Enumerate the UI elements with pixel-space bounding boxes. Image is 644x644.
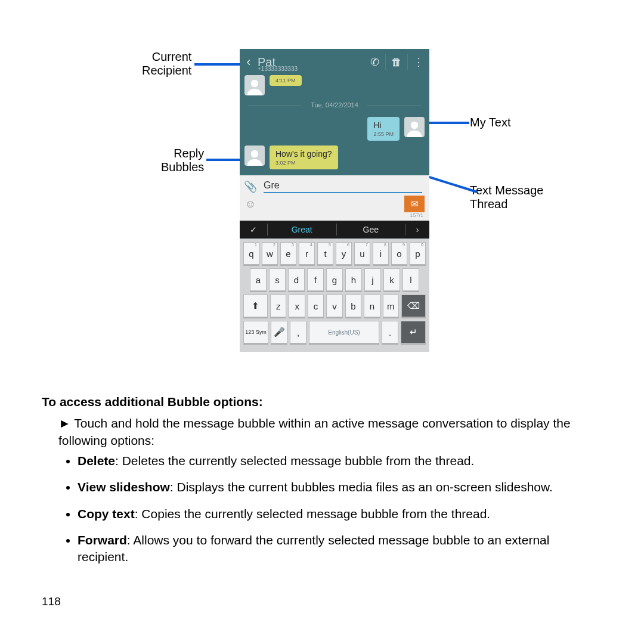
- key-t[interactable]: t5: [317, 242, 333, 265]
- label-my-text: My Text: [470, 116, 511, 129]
- key-d[interactable]: d: [288, 268, 305, 291]
- label-reply-bubbles: ReplyBubbles: [161, 147, 204, 174]
- svg-point-6: [251, 150, 259, 158]
- key-c[interactable]: c: [308, 295, 324, 317]
- key-l[interactable]: l: [402, 268, 419, 291]
- key-e[interactable]: e3: [280, 242, 296, 265]
- call-icon[interactable]: ✆: [364, 54, 385, 70]
- key-v[interactable]: v: [326, 295, 342, 317]
- conversation-header: ‹ Pat +13333333333 ✆ 🗑 ⋮: [240, 49, 429, 75]
- suggestion-bar: ✓ Great Gee ›: [240, 221, 429, 239]
- timestamp: 2:55 PM: [373, 131, 394, 137]
- my-message-row: Hi 2:55 PM: [240, 114, 429, 143]
- enter-key[interactable]: ↵: [401, 321, 426, 343]
- key-y[interactable]: y6: [336, 242, 352, 265]
- timestamp: 3:02 PM: [275, 160, 332, 166]
- more-suggestions-icon[interactable]: ›: [405, 225, 429, 234]
- key-s[interactable]: s: [269, 268, 286, 291]
- sym-key[interactable]: 123 Sym: [243, 321, 268, 343]
- list-item: View slideshow: Displays the current bub…: [78, 479, 602, 496]
- message-thread: 4:11 PM Tue, 04/22/2014 Hi 2:55 PM How's…: [240, 75, 429, 175]
- backspace-key[interactable]: ⌫: [401, 295, 426, 317]
- suggestion-2[interactable]: Gee: [337, 225, 405, 234]
- keyboard: q1w2e3r4t5y6u7i8o9p0 asdfghjkl ⬆ zxcvbnm…: [240, 239, 429, 352]
- key-r[interactable]: r4: [299, 242, 315, 265]
- key-k[interactable]: k: [383, 268, 400, 291]
- avatar: [244, 145, 265, 166]
- suggestion-1[interactable]: Great: [268, 225, 336, 234]
- compose-area: 📎 Gre ☺ ✉ 157/1: [240, 175, 429, 221]
- back-icon[interactable]: ‹: [242, 54, 255, 70]
- key-m[interactable]: m: [383, 295, 399, 317]
- my-bubble[interactable]: Hi 2:55 PM: [367, 117, 400, 141]
- key-x[interactable]: x: [289, 295, 305, 317]
- avatar: [244, 75, 265, 95]
- key-h[interactable]: h: [345, 268, 362, 291]
- svg-point-5: [411, 122, 419, 129]
- key-b[interactable]: b: [345, 295, 361, 317]
- key-a[interactable]: a: [250, 268, 267, 291]
- timestamp: 4:11 PM: [275, 78, 296, 83]
- space-key[interactable]: English(US): [309, 321, 379, 343]
- period-key[interactable]: .: [382, 321, 398, 343]
- key-g[interactable]: g: [326, 268, 343, 291]
- list-item: Delete: Deletes the currently selected m…: [78, 453, 602, 469]
- phone-screenshot: ‹ Pat +13333333333 ✆ 🗑 ⋮ 4:11 PM Tue, 04…: [240, 49, 429, 352]
- key-u[interactable]: u7: [354, 242, 370, 265]
- body-text: To access additional Bubble options: ► T…: [42, 394, 602, 566]
- svg-point-4: [251, 80, 259, 88]
- delete-icon[interactable]: 🗑: [385, 54, 407, 70]
- key-n[interactable]: n: [364, 295, 380, 317]
- attach-icon[interactable]: 📎: [242, 178, 259, 195]
- page-number: 118: [42, 595, 61, 608]
- key-z[interactable]: z: [270, 295, 286, 317]
- date-separator: Tue, 04/22/2014: [240, 95, 429, 114]
- key-j[interactable]: j: [364, 268, 381, 291]
- list-item: Copy text: Copies the currently selected…: [78, 506, 602, 522]
- key-p[interactable]: p0: [410, 242, 426, 265]
- send-button[interactable]: ✉: [404, 196, 425, 212]
- message-input[interactable]: Gre: [264, 180, 422, 193]
- char-count: 157/1: [242, 212, 427, 218]
- reply-bubble[interactable]: How's it going? 3:02 PM: [270, 145, 338, 169]
- emoji-icon[interactable]: ☺: [242, 196, 259, 212]
- key-i[interactable]: i8: [373, 242, 389, 265]
- accept-icon[interactable]: ✓: [240, 225, 267, 234]
- section-heading: To access additional Bubble options:: [42, 394, 602, 410]
- list-item: Forward: Allows you to forward the curre…: [78, 532, 602, 566]
- mic-key[interactable]: 🎤: [271, 321, 287, 343]
- key-f[interactable]: f: [307, 268, 324, 291]
- key-w[interactable]: w2: [262, 242, 278, 265]
- menu-icon[interactable]: ⋮: [407, 54, 429, 70]
- recipient-number: +13333333333: [258, 66, 298, 72]
- key-o[interactable]: o9: [391, 242, 407, 265]
- previous-bubble: 4:11 PM: [244, 75, 306, 95]
- comma-key[interactable]: ,: [290, 321, 306, 343]
- label-current-recipient: CurrentRecipient: [142, 50, 191, 78]
- reply-message-row: How's it going? 3:02 PM: [240, 143, 429, 172]
- avatar: [404, 117, 425, 137]
- key-q[interactable]: q1: [243, 242, 259, 265]
- label-thread: Text MessageThread: [470, 184, 543, 211]
- shift-key[interactable]: ⬆: [243, 295, 268, 317]
